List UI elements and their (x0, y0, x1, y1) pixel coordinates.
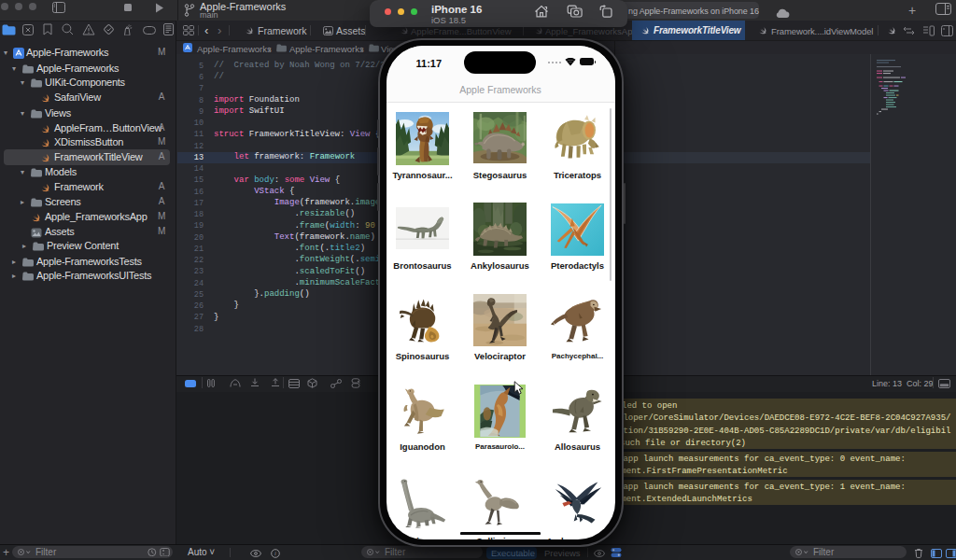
svg-text:i: i (274, 550, 276, 556)
